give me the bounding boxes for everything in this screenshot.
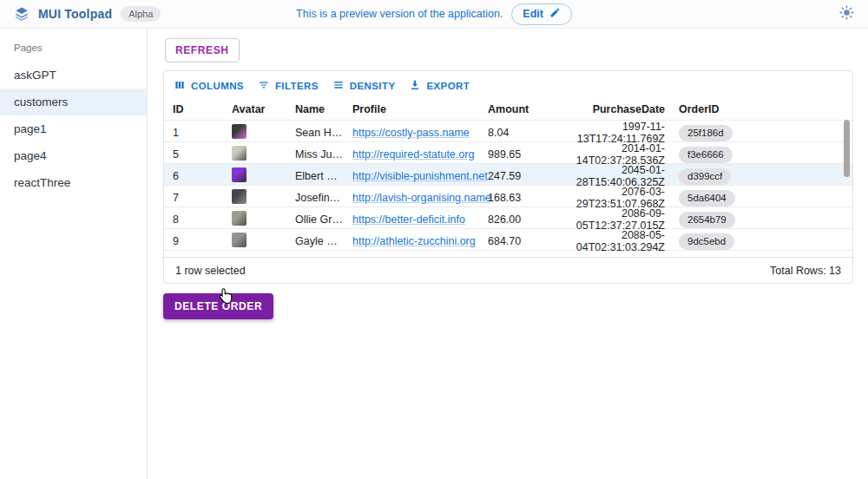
columns-icon — [174, 79, 186, 93]
order-id-chip: 9dc5ebd — [679, 233, 734, 250]
cell-avatar — [232, 167, 295, 185]
column-header-avatar[interactable]: Avatar — [232, 103, 295, 115]
column-header-orderid[interactable]: OrderID — [672, 103, 852, 115]
sidebar-item-customers[interactable]: customers — [0, 89, 147, 115]
density-button-label: DENSITY — [350, 81, 396, 91]
export-button[interactable]: EXPORT — [404, 75, 474, 96]
cell-id: 9 — [173, 235, 232, 247]
cell-order-id: 9dc5ebd — [672, 233, 852, 250]
cell-name: Gayle Den… — [295, 235, 352, 247]
pencil-icon — [549, 7, 561, 21]
table-row[interactable]: 7Josefina P…http://lavish-organising.nam… — [164, 185, 852, 207]
column-header-id[interactable]: ID — [173, 103, 232, 115]
cell-purchase-date: 2086-09-05T12:37:27.015Z — [566, 207, 672, 232]
cell-avatar — [232, 211, 295, 228]
data-grid: COLUMNS FILTERS DENSITY EXPORT — [163, 70, 853, 284]
column-header-purchasedate[interactable]: PurchaseDate — [566, 103, 672, 115]
app-title: MUI Toolpad — [38, 7, 112, 21]
columns-button-label: COLUMNS — [191, 81, 244, 91]
order-id-chip: 25f186d — [679, 125, 733, 141]
edit-button-label: Edit — [523, 8, 543, 20]
sidebar-item-reactThree[interactable]: reactThree — [0, 169, 147, 196]
avatar — [232, 124, 247, 139]
density-icon — [332, 79, 345, 93]
filters-button-label: FILTERS — [275, 81, 319, 91]
cell-profile: http://visible-punishment.net — [352, 170, 488, 182]
cell-name: Miss Juan … — [295, 148, 352, 161]
theme-toggle-button[interactable] — [839, 5, 854, 23]
cell-amount: 826.00 — [488, 213, 566, 226]
avatar — [232, 211, 247, 226]
delete-order-button[interactable]: DELETE ORDER — [163, 293, 273, 319]
refresh-button[interactable]: REFRESH — [165, 38, 240, 62]
grid-footer: 1 row selected Total Rows: 13 — [164, 257, 852, 283]
total-rows: Total Rows: 13 — [770, 265, 841, 277]
cell-purchase-date: 2088-05-04T02:31:03.294Z — [566, 229, 672, 253]
alpha-badge: Alpha — [121, 6, 161, 22]
preview-banner-text: This is a preview version of the applica… — [296, 8, 503, 20]
table-row[interactable]: 8Ollie Green…https://better-deficit.info… — [164, 207, 852, 228]
filters-button[interactable]: FILTERS — [253, 75, 323, 96]
order-id-chip: f3e6666 — [679, 147, 733, 163]
order-id-chip: 5da6404 — [679, 190, 735, 207]
cell-order-id: d399ccf — [672, 168, 852, 185]
cell-id: 5 — [173, 148, 232, 161]
table-row[interactable]: 6Elbert McL…http://visible-punishment.ne… — [164, 163, 852, 185]
avatar — [232, 167, 247, 182]
topbar: MUI Toolpad Alpha This is a preview vers… — [0, 0, 868, 29]
column-header-amount[interactable]: Amount — [488, 103, 566, 115]
sidebar-nav-list: askGPTcustomerspage1page4reactThree — [0, 62, 147, 196]
cell-profile: https://costly-pass.name — [352, 127, 488, 139]
sun-icon — [839, 5, 854, 23]
cell-amount: 684.70 — [488, 235, 566, 247]
column-header-profile[interactable]: Profile — [352, 103, 488, 115]
order-id-chip: 2654b79 — [679, 212, 735, 228]
avatar — [232, 189, 247, 204]
cell-amount: 989.65 — [488, 148, 566, 161]
cell-name: Sean Harris — [295, 127, 352, 139]
profile-link[interactable]: https://costly-pass.name — [352, 127, 470, 139]
cell-avatar — [232, 146, 295, 163]
cell-purchase-date: 2014-01-14T02:37:28.536Z — [566, 142, 672, 167]
sidebar-item-page1[interactable]: page1 — [0, 115, 147, 142]
density-button[interactable]: DENSITY — [328, 75, 400, 96]
grid-toolbar: COLUMNS FILTERS DENSITY EXPORT — [164, 71, 852, 98]
cell-amount: 247.59 — [488, 170, 566, 182]
cell-purchase-date: 1997-11-13T17:24:11.769Z — [566, 121, 672, 145]
filter-icon — [258, 79, 270, 93]
profile-link[interactable]: http://lavish-organising.name — [352, 192, 491, 204]
edit-button[interactable]: Edit — [511, 3, 572, 25]
cell-profile: http://athletic-zucchini.org — [352, 235, 488, 247]
profile-link[interactable]: http://visible-punishment.net — [352, 170, 488, 182]
table-row[interactable]: 1Sean Harrishttps://costly-pass.name8.04… — [164, 120, 852, 141]
profile-link[interactable]: http://athletic-zucchini.org — [352, 235, 476, 247]
profile-link[interactable]: https://better-deficit.info — [352, 213, 465, 226]
column-header-name[interactable]: Name — [295, 103, 352, 115]
sidebar-item-askGPT[interactable]: askGPT — [0, 62, 147, 89]
cell-order-id: f3e6666 — [672, 147, 852, 163]
avatar — [232, 233, 247, 247]
cell-order-id: 2654b79 — [672, 212, 852, 228]
cell-id: 7 — [173, 192, 232, 204]
cell-avatar — [232, 124, 295, 141]
sidebar: Pages askGPTcustomerspage1page4reactThre… — [0, 29, 148, 479]
cell-order-id: 5da6404 — [672, 190, 852, 207]
main-content: REFRESH COLUMNS FILTERS DENSITY — [148, 29, 868, 479]
table-row[interactable]: 5Miss Juan …http://required-statute.org9… — [164, 141, 852, 163]
cell-purchase-date: 2076-03-29T23:51:07.968Z — [566, 186, 672, 210]
sidebar-item-page4[interactable]: page4 — [0, 142, 147, 169]
cell-id: 8 — [173, 213, 232, 226]
profile-link[interactable]: http://required-statute.org — [352, 148, 474, 161]
export-button-label: EXPORT — [426, 81, 470, 91]
table-row[interactable]: 9Gayle Den…http://athletic-zucchini.org6… — [164, 228, 852, 250]
cell-id: 6 — [173, 170, 232, 182]
grid-rows-container: 1Sean Harrishttps://costly-pass.name8.04… — [164, 120, 852, 251]
columns-button[interactable]: COLUMNS — [169, 75, 248, 96]
cell-name: Josefina P… — [295, 192, 352, 204]
avatar — [232, 146, 247, 161]
cell-amount: 168.63 — [488, 192, 566, 204]
cell-purchase-date: 2045-01-28T15:40:06.325Z — [566, 164, 672, 188]
cell-profile: http://lavish-organising.name — [352, 192, 488, 204]
cell-name: Ollie Green… — [295, 213, 352, 226]
vertical-scrollbar-thumb[interactable] — [844, 120, 850, 177]
